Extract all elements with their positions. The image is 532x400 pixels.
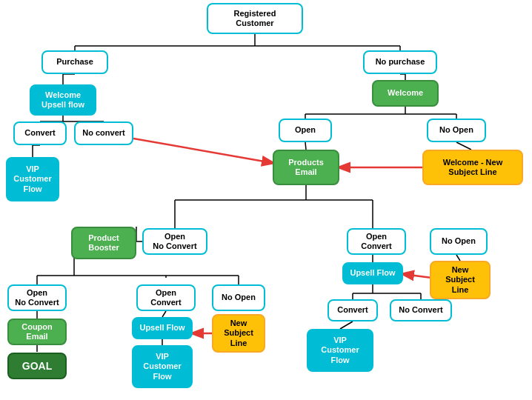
open-label: Open [295, 125, 316, 135]
coupon-email-node: Coupon Email [7, 319, 67, 345]
welcome-new-subject-node: Welcome - New Subject Line [422, 150, 523, 185]
open-convert-right-node: Open Convert [347, 228, 406, 255]
goal-node: GOAL [7, 353, 67, 379]
convert-right-node: Convert [327, 299, 378, 321]
new-subject-right-label: New Subject Line [445, 265, 475, 295]
svg-line-21 [456, 142, 471, 150]
coupon-email-label: Coupon Email [21, 322, 53, 341]
vip-flow-top-label: VIP Customer Flow [13, 164, 51, 194]
registered-customer-node: Registered Customer [207, 3, 303, 34]
no-open-right-label: No Open [439, 125, 473, 135]
goal-label: GOAL [22, 360, 52, 373]
product-booster-node: Product Booster [71, 227, 136, 259]
no-open-far-right-node: No Open [430, 228, 488, 255]
welcome-node: Welcome [372, 80, 439, 107]
vip-flow-bottom-right-label: VIP Customer Flow [321, 336, 359, 365]
svg-line-48 [340, 321, 353, 329]
open-convert-mid-node: Open Convert [136, 284, 196, 311]
no-open-mid-node: No Open [212, 284, 265, 311]
convert-node: Convert [13, 121, 67, 145]
product-booster-label: Product Booster [88, 233, 119, 253]
products-email-node: Products Email [273, 150, 339, 185]
welcome-upsell-label: Welcome Upsell flow [41, 90, 84, 110]
no-convert-right-node: No Convert [390, 299, 452, 321]
no-convert-node: No convert [74, 121, 133, 145]
vip-flow-mid-node: VIP Customer Flow [132, 345, 193, 388]
purchase-node: Purchase [41, 50, 108, 74]
purchase-label: Purchase [56, 57, 93, 67]
svg-line-42 [456, 255, 460, 261]
no-convert-right-label: No Convert [399, 305, 442, 315]
upsell-flow-mid-label: Upsell Flow [139, 323, 184, 333]
welcome-label: Welcome [388, 88, 423, 98]
no-convert-label: No convert [82, 128, 124, 138]
open-convert-right-label: Open Convert [361, 232, 392, 251]
svg-line-20 [305, 142, 306, 150]
new-subject-mid-node: New Subject Line [212, 314, 265, 353]
no-purchase-node: No purchase [363, 50, 437, 74]
no-purchase-label: No purchase [376, 57, 425, 67]
open-no-convert-bottom-left-label: Open No Convert [15, 288, 59, 307]
vip-flow-top-node: VIP Customer Flow [6, 157, 59, 201]
welcome-new-subject-label: Welcome - New Subject Line [443, 158, 503, 177]
open-node: Open [279, 119, 332, 142]
no-open-right-node: No Open [427, 119, 486, 142]
registered-customer-label: Registered Customer [234, 9, 276, 28]
vip-flow-bottom-right-node: VIP Customer Flow [307, 329, 373, 372]
svg-line-39 [162, 311, 166, 317]
vip-flow-mid-label: VIP Customer Flow [143, 352, 181, 381]
upsell-flow-right-label: Upsell Flow [350, 268, 395, 278]
new-subject-right-node: New Subject Line [430, 261, 491, 299]
new-subject-mid-label: New Subject Line [224, 319, 253, 348]
convert-right-label: Convert [337, 305, 368, 315]
upsell-flow-right-node: Upsell Flow [342, 262, 403, 284]
upsell-flow-mid-node: Upsell Flow [132, 317, 193, 339]
products-email-label: Products Email [288, 158, 324, 177]
convert-label: Convert [24, 128, 56, 138]
open-convert-mid-label: Open Convert [150, 288, 182, 307]
welcome-upsell-node: Welcome Upsell flow [30, 84, 96, 116]
open-no-convert-left-label: Open No Convert [153, 232, 196, 251]
diagram: Registered Customer Purchase No purchase… [0, 0, 532, 400]
no-open-mid-label: No Open [222, 293, 256, 302]
open-no-convert-left-node: Open No Convert [142, 228, 207, 255]
open-no-convert-bottom-left-node: Open No Convert [7, 284, 67, 311]
no-open-far-right-label: No Open [442, 236, 476, 246]
